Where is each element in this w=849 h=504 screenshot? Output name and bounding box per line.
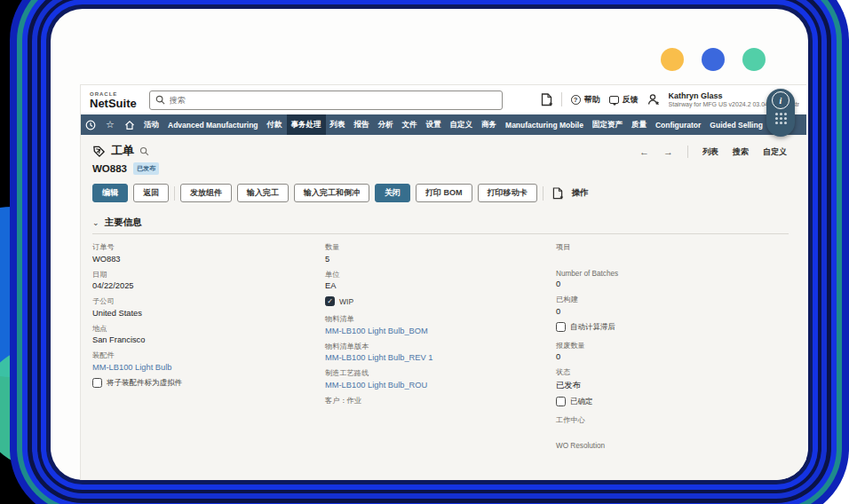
field-customer-job: 客户：作业 <box>325 396 556 418</box>
field-project: 项目 <box>556 242 789 264</box>
record-search-icon[interactable] <box>139 146 149 156</box>
print-bom-button[interactable]: 打印 BOM <box>416 184 472 202</box>
record-id: WO883 <box>92 163 127 174</box>
browser-card: ORACLE NetSuite ? 帮助 反馈 <box>51 9 808 480</box>
stage: ORACLE NetSuite ? 帮助 反馈 <box>0 0 849 504</box>
edit-button[interactable]: 编辑 <box>92 184 128 202</box>
deco-dot-teal <box>742 48 766 71</box>
field-assembly: 装配件MM-LB100 Light Bulb <box>92 350 325 373</box>
nav-item-customization[interactable]: 自定义 <box>446 114 478 135</box>
field-subsidiary: 子公司United States <box>92 296 325 319</box>
checkbox-autocalculate-lag: 自动计算滞后 <box>556 322 789 333</box>
help-icon: ? <box>571 95 581 105</box>
global-search[interactable] <box>149 91 503 110</box>
nav-item-commerce[interactable]: 商务 <box>477 114 501 135</box>
nav-item-guided-selling[interactable]: Guided Selling <box>705 114 767 135</box>
nav-item-configurator[interactable]: Configurator <box>651 114 705 135</box>
checkbox[interactable] <box>556 322 566 332</box>
nav-item-transactions[interactable]: 事务处理 <box>287 114 326 135</box>
field-order-number: 订单号WO883 <box>92 242 325 264</box>
customize-link[interactable]: 自定义 <box>763 146 787 158</box>
nav-item-fixed-assets[interactable]: 固定资产 <box>588 114 627 135</box>
record-header: 工单 WO883 已发布 ← → 列表 搜索 自定义 <box>81 135 806 175</box>
search-link[interactable]: 搜索 <box>733 146 749 158</box>
deco-dot-yellow <box>661 48 684 71</box>
deco-dot-blue <box>702 48 725 71</box>
close-button[interactable]: 关闭 <box>375 184 410 202</box>
field-work-center: 工作中心 <box>556 415 789 437</box>
nav-item-quality[interactable]: 质量 <box>627 114 651 135</box>
assistant-widget[interactable]: i <box>766 89 795 137</box>
nav-item-advanced-manufacturing[interactable]: Advanced Manufacturing <box>163 114 263 135</box>
field-date: 日期04/22/2025 <box>92 270 325 292</box>
nav-item-analytics[interactable]: 分析 <box>374 114 398 135</box>
netsuite-logo[interactable]: ORACLE NetSuite <box>90 91 137 109</box>
search-icon <box>155 95 165 105</box>
checkbox-wip: WIP <box>325 296 556 306</box>
shortcuts-star-icon[interactable]: ☆ <box>100 114 120 135</box>
primary-section-header[interactable]: ⌄ 主要信息 <box>92 217 789 234</box>
primary-col3: 项目 Number of Batches0 已构建0 自动计算滞后 报废数量0 … <box>556 242 789 468</box>
search-input[interactable] <box>170 96 496 105</box>
primary-information-section: ⌄ 主要信息 订单号WO883 日期04/22/2025 子公司United S… <box>92 217 789 468</box>
back-button[interactable]: 返回 <box>133 184 169 202</box>
recent-records-icon[interactable] <box>81 114 100 135</box>
enter-completion-backflush-button[interactable]: 输入完工和倒冲 <box>294 184 369 202</box>
user-icon[interactable] <box>647 93 660 106</box>
field-number-of-batches: Number of Batches0 <box>556 270 789 290</box>
actions-menu[interactable]: 操作 <box>572 187 589 199</box>
new-document-icon[interactable] <box>541 93 552 106</box>
field-routing: 制造工艺路线MM-LB100 Light Bulb_ROU <box>325 368 556 390</box>
field-units: 单位EA <box>325 270 556 292</box>
status-badge: 已发布 <box>133 162 159 175</box>
field-bom-revision: 物料清单版本MM-LB100 Light Bulb_REV 1 <box>325 342 556 364</box>
new-record-icon[interactable] <box>552 187 563 200</box>
work-order-icon <box>92 145 106 158</box>
enter-completion-button[interactable]: 输入完工 <box>237 184 289 202</box>
divider <box>687 146 688 158</box>
divider <box>543 186 544 201</box>
nav-item-reports[interactable]: 报告 <box>350 114 374 135</box>
nav-item-setup[interactable]: 设置 <box>422 114 446 135</box>
help-button[interactable]: ? 帮助 <box>571 94 600 106</box>
page-title: 工单 <box>111 143 134 159</box>
field-scrap-quantity: 报废数量0 <box>556 341 789 363</box>
divider <box>561 92 562 106</box>
primary-col2: 数量5 单位EA WIP 物料清单MM-LB100 Light Bulb_BOM… <box>325 242 556 468</box>
netsuite-window: ORACLE NetSuite ? 帮助 反馈 <box>80 84 806 480</box>
field-bom: 物料清单MM-LB100 Light Bulb_BOM <box>325 314 556 336</box>
oracle-wordmark: ORACLE <box>90 91 137 97</box>
grid-dots-icon <box>775 113 787 124</box>
divider <box>174 186 175 201</box>
back-arrow[interactable]: ← <box>639 146 649 157</box>
nav-item-activities[interactable]: 活动 <box>139 114 163 135</box>
print-move-card-button[interactable]: 打印移动卡 <box>478 184 537 202</box>
field-built: 已构建0 <box>556 295 789 317</box>
deco-dots <box>661 48 766 71</box>
issue-components-button[interactable]: 发放组件 <box>180 184 232 202</box>
feedback-button[interactable]: 反馈 <box>609 94 639 106</box>
home-icon[interactable] <box>120 114 139 135</box>
section-title: 主要信息 <box>105 217 142 229</box>
chevron-down-icon: ⌄ <box>92 218 99 227</box>
toolbar: 编辑 返回 发放组件 输入完工 输入完工和倒冲 关闭 打印 BOM 打印移动卡 … <box>81 175 806 202</box>
main-nav: ☆ 活动 Advanced Manufacturing 付款 事务处理 列表 报… <box>81 114 806 135</box>
nav-item-manufacturing-mobile[interactable]: Manufacturing Mobile <box>501 114 588 135</box>
checkbox[interactable] <box>325 296 335 306</box>
checkbox[interactable] <box>556 397 566 406</box>
top-bar: ORACLE NetSuite ? 帮助 反馈 <box>81 85 806 114</box>
checkbox-mark-subassemblies-phantom: 将子装配件标为虚拟件 <box>92 378 325 389</box>
netsuite-wordmark: NetSuite <box>90 98 137 109</box>
checkbox[interactable] <box>92 378 102 388</box>
nav-item-lists[interactable]: 列表 <box>326 114 350 135</box>
field-quantity: 数量5 <box>325 242 556 264</box>
info-icon[interactable]: i <box>772 91 789 109</box>
field-location: 地点San Francisco <box>92 324 325 346</box>
primary-col1: 订单号WO883 日期04/22/2025 子公司United States 地… <box>92 242 325 468</box>
list-link[interactable]: 列表 <box>702 146 718 158</box>
nav-item-payments[interactable]: 付款 <box>263 114 287 135</box>
field-status: 状态已发布 <box>556 367 789 391</box>
checkbox-firmed: 已确定 <box>556 397 789 407</box>
nav-item-documents[interactable]: 文件 <box>398 114 422 135</box>
forward-arrow[interactable]: → <box>663 146 673 157</box>
